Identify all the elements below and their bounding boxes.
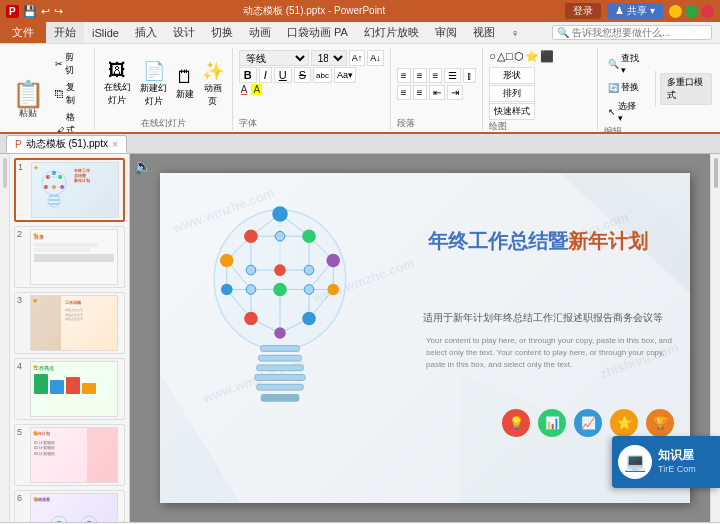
- login-button[interactable]: 登录: [565, 3, 601, 19]
- svg-point-65: [327, 284, 339, 296]
- file-menu[interactable]: 文件: [0, 22, 46, 43]
- redo-icon[interactable]: ↪: [54, 5, 63, 18]
- badge-tagline: TirE Com: [658, 464, 696, 476]
- clipboard-group: 📋 粘贴 ✂剪切 ⿻复制 🖌格式刷 剪贴板: [4, 48, 95, 130]
- insert-menu[interactable]: 插入: [127, 22, 165, 43]
- slide-icon-4: ⭐: [610, 409, 638, 437]
- find-button[interactable]: 🔍查找 ▾: [604, 50, 645, 77]
- select-button[interactable]: ↖选择 ▾: [604, 98, 645, 125]
- cut-button[interactable]: ✂剪切: [52, 50, 86, 78]
- format-painter-icon: 🖌: [55, 126, 64, 133]
- font-family-select[interactable]: 等线: [239, 50, 309, 66]
- multiwindow-button[interactable]: 多重口模式: [660, 73, 712, 105]
- arrange-button[interactable]: 排列: [489, 85, 535, 102]
- editing-label: 编辑: [604, 125, 645, 132]
- window-title: 动态模板 (51).pptx - PowerPoint: [63, 4, 566, 18]
- star-icon-6: ★: [32, 495, 38, 503]
- save-icon[interactable]: 💾: [23, 5, 37, 18]
- font-size-small-button[interactable]: abc: [313, 67, 332, 83]
- slideshow-menu[interactable]: 幻灯片放映: [356, 22, 427, 43]
- svg-point-68: [274, 327, 286, 339]
- tab-close-button[interactable]: ×: [112, 138, 118, 150]
- new-button[interactable]: 🗒 新建: [174, 65, 196, 103]
- paste-icon: 📋: [12, 81, 44, 107]
- transitions-menu[interactable]: 切换: [203, 22, 241, 43]
- slide-thumb-2[interactable]: 2 ★ 目录: [14, 226, 125, 288]
- columns-button[interactable]: ⫿: [463, 68, 476, 83]
- shape-button[interactable]: 形状: [489, 67, 535, 84]
- align-center-button[interactable]: ≡: [413, 68, 427, 83]
- increase-font-button[interactable]: A↑: [349, 50, 366, 66]
- slide-number-4: 4: [17, 361, 27, 371]
- font-case-button[interactable]: Aa▾: [334, 67, 356, 83]
- slide-thumb-4[interactable]: 4 ★ 工作亮点: [14, 358, 125, 420]
- slide-body-text: Your content to play here, or through yo…: [426, 335, 678, 371]
- svg-point-19: [86, 521, 92, 522]
- slide-canvas[interactable]: www.wmzhe.com www.wmzhe.com www.wmzhe.co…: [160, 173, 690, 503]
- online-slides-button[interactable]: 🖼 在线幻灯片: [101, 58, 133, 109]
- justify-button[interactable]: ☰: [444, 68, 461, 83]
- slide-panel[interactable]: 1 ★: [10, 154, 130, 522]
- shapes-gallery[interactable]: ○△□ ⬡⭐⬛: [489, 50, 553, 63]
- slide-thumb-6[interactable]: 6 ★ 谢谢观看: [14, 490, 125, 522]
- slide-thumb-3[interactable]: 3 ★ 工作回顾 内容占位文字内容占位文字内容占位文字: [14, 292, 125, 354]
- canvas-scroll-thumb[interactable]: [714, 158, 718, 188]
- paste-button[interactable]: 📋 粘贴: [8, 79, 48, 122]
- numbering-button[interactable]: ≡: [413, 85, 427, 100]
- slide-number-1: 1: [18, 162, 28, 172]
- font-group: 等线 18 A↑ A↓ B I U S abc Aa▾ A: [235, 48, 391, 130]
- title-char-orange: 新年计划: [568, 230, 648, 252]
- editing-group: 🔍查找 ▾ 🔄替换 ↖选择 ▾ 编辑: [600, 48, 651, 130]
- view-menu[interactable]: 视图: [465, 22, 503, 43]
- minimize-button[interactable]: [669, 5, 682, 18]
- bullet-button[interactable]: ≡: [397, 85, 411, 100]
- replace-button[interactable]: 🔄替换: [604, 79, 645, 96]
- slide-thumb-5[interactable]: 5 ★ 新年计划 01 计划项目02 计划项目03 计划项目: [14, 424, 125, 486]
- format-painter-button[interactable]: 🖌格式刷: [52, 110, 86, 132]
- search-input[interactable]: [572, 27, 707, 38]
- tab-filename: 动态模板 (51).pptx: [26, 137, 108, 151]
- align-left-button[interactable]: ≡: [397, 68, 411, 83]
- svg-point-58: [246, 265, 256, 275]
- align-right-button[interactable]: ≡: [429, 68, 443, 83]
- islide-menu[interactable]: iSlide: [84, 24, 127, 42]
- slides-group: 🖼 在线幻灯片 📄 新建幻灯片 🗒 新建 ✨ 动画页 在线幻灯片: [97, 48, 233, 130]
- home-menu[interactable]: 开始: [46, 22, 84, 43]
- svg-rect-14: [49, 199, 59, 201]
- quick-styles-button[interactable]: 快速样式: [489, 103, 535, 120]
- svg-line-9: [48, 173, 54, 177]
- decrease-indent-button[interactable]: ⇤: [429, 85, 445, 100]
- copy-button[interactable]: ⿻复制: [52, 80, 86, 108]
- font-size-select[interactable]: 18: [311, 50, 347, 66]
- animations-menu[interactable]: 动画: [241, 22, 279, 43]
- maximize-button[interactable]: [685, 5, 698, 18]
- scroll-thumb[interactable]: [3, 158, 7, 188]
- bold-button[interactable]: B: [239, 67, 257, 83]
- italic-button[interactable]: I: [259, 67, 272, 83]
- slide-number-2: 2: [17, 229, 27, 239]
- volume-icon[interactable]: 🔈: [134, 158, 151, 174]
- left-scrollbar: [0, 154, 10, 522]
- svg-rect-13: [49, 195, 59, 197]
- undo-icon[interactable]: ↩: [41, 5, 50, 18]
- slide-tab-bar: P 动态模板 (51).pptx ×: [0, 134, 720, 154]
- close-button[interactable]: [701, 5, 714, 18]
- pocket-animation-menu[interactable]: 口袋动画 PA: [279, 22, 356, 43]
- new-slide-button[interactable]: 📄 新建幻灯片: [137, 58, 169, 110]
- increase-indent-button[interactable]: ⇥: [447, 85, 463, 100]
- drawing-group: ○△□ ⬡⭐⬛ 形状 排列 快速样式 绘图: [485, 48, 597, 130]
- underline-button[interactable]: U: [274, 67, 292, 83]
- help-icon[interactable]: ♀: [503, 24, 527, 42]
- slide-icon-5: 🏆: [646, 409, 674, 437]
- slide-thumb-1[interactable]: 1 ★: [14, 158, 125, 222]
- share-button[interactable]: ♟ 共享 ▾: [607, 3, 663, 19]
- review-menu[interactable]: 审阅: [427, 22, 465, 43]
- svg-point-62: [246, 285, 256, 295]
- active-slide-tab[interactable]: P 动态模板 (51).pptx ×: [6, 135, 127, 153]
- strikethrough-button[interactable]: S: [294, 67, 311, 83]
- design-menu[interactable]: 设计: [165, 22, 203, 43]
- svg-point-53: [244, 229, 258, 243]
- slides-label: 在线幻灯片: [141, 117, 186, 130]
- animation-page-button[interactable]: ✨ 动画页: [200, 58, 226, 110]
- decrease-font-button[interactable]: A↓: [367, 50, 384, 66]
